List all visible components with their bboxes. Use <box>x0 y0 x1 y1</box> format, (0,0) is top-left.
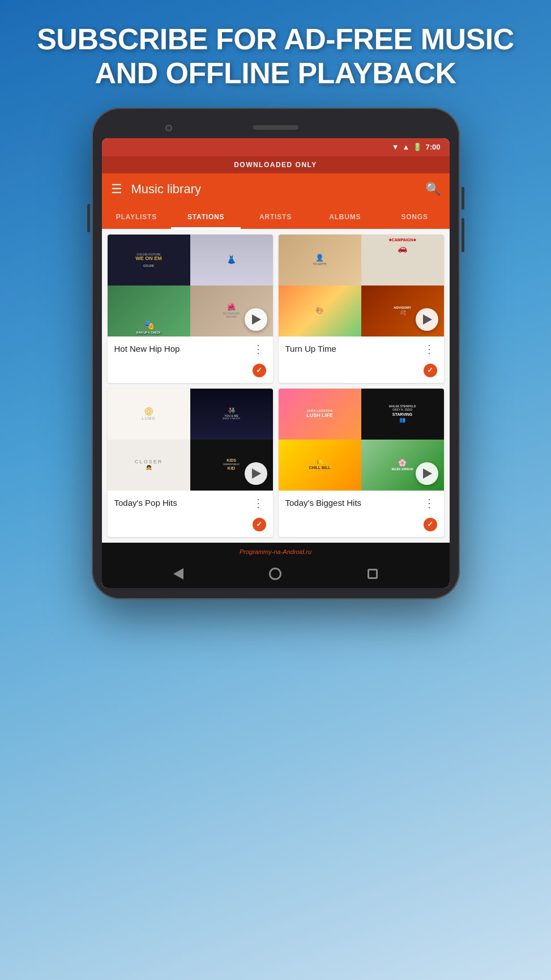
hiphop-more-button[interactable]: ⋮ <box>250 342 266 356</box>
pophits-art-1: 📀 LUMO <box>108 389 190 440</box>
hiphop-download-badge <box>253 364 266 377</box>
bighits-download-badge <box>424 518 437 531</box>
watermark-text: Programmy-na-Android.ru <box>240 548 311 555</box>
pophits-more-button[interactable]: ⋮ <box>250 496 266 510</box>
bighits-art-grid: ZARA LARSSON LUSH LIFE HAILEE STEINFELD … <box>279 389 444 491</box>
hiphop-play-button[interactable] <box>245 308 267 331</box>
bottom-navigation <box>102 560 450 588</box>
power-button <box>87 204 90 232</box>
playlist-grid: GOLDIE×FUTURE WE ON EM GOLDIE 👗 <box>102 229 450 543</box>
pophits-art-2: 👫 YOU & ME MAKE U MAJOR <box>190 389 273 440</box>
phone-notch <box>102 119 450 136</box>
hiphop-art-1: GOLDIE×FUTURE WE ON EM GOLDIE <box>108 235 190 286</box>
bighits-title: Today's Biggest Hits <box>285 498 421 508</box>
battery-icon: 🔋 <box>413 143 422 151</box>
page-title: Music library <box>131 182 425 197</box>
playlist-card-hiphop[interactable]: GOLDIE×FUTURE WE ON EM GOLDIE 👗 <box>108 235 273 383</box>
downloaded-banner: DOWNLOADED ONLY <box>102 156 450 173</box>
time-display: 7:00 <box>425 143 440 151</box>
turnup-art-grid: 👤 YO GOTTI ★CAMPAIGN★ 🚗 <box>279 235 444 336</box>
pophits-download-badge <box>253 518 266 531</box>
turnup-download-badge <box>424 364 437 377</box>
phone-screen: ▼ ▲ 🔋 7:00 DOWNLOADED ONLY ☰ Music libra… <box>102 138 450 588</box>
bighits-art-1: ZARA LARSSON LUSH LIFE <box>279 389 361 440</box>
turnup-more-button[interactable]: ⋮ <box>421 342 437 356</box>
watermark: Programmy-na-Android.ru <box>102 543 450 560</box>
hiphop-art-3: 🎭 RAN UP A CHECK <box>108 286 190 336</box>
playlist-card-pophits[interactable]: 📀 LUMO 👫 YOU & ME MAKE U MAJOR <box>108 389 273 537</box>
playlist-card-turnup[interactable]: 👤 YO GOTTI ★CAMPAIGN★ 🚗 <box>279 235 444 383</box>
phone-mockup: ▼ ▲ 🔋 7:00 DOWNLOADED ONLY ☰ Music libra… <box>92 108 460 599</box>
phone-speaker <box>253 125 298 130</box>
pophits-footer <box>108 515 273 537</box>
turnup-art-2: ★CAMPAIGN★ 🚗 <box>361 235 444 286</box>
promo-banner: SUBSCRIBE FOR AD-FREE MUSIC AND OFFLINE … <box>0 0 551 108</box>
tab-artists[interactable]: ARTISTS <box>241 205 310 229</box>
tab-stations[interactable]: STATIONS <box>171 205 241 229</box>
turnup-title: Turn Up Time <box>285 344 421 353</box>
pophits-art-3: CLOSER 👧 <box>108 440 190 491</box>
promo-title: SUBSCRIBE FOR AD-FREE MUSIC AND OFFLINE … <box>34 23 517 91</box>
hiphop-title: Hot New Hip Hop <box>114 344 250 353</box>
search-button[interactable]: 🔍 <box>425 182 441 197</box>
turnup-play-button[interactable] <box>416 308 438 331</box>
pophits-title: Today's Pop Hits <box>114 498 250 508</box>
pophits-play-button[interactable] <box>245 462 267 485</box>
bighits-art-3: 🍋 CHILL BILL <box>279 440 361 491</box>
vol-up-button <box>462 187 464 210</box>
recents-button[interactable] <box>364 565 381 582</box>
turnup-footer <box>279 361 444 383</box>
phone-body: ▼ ▲ 🔋 7:00 DOWNLOADED ONLY ☰ Music libra… <box>92 108 460 599</box>
home-button[interactable] <box>267 565 284 582</box>
pophits-art-grid: 📀 LUMO 👫 YOU & ME MAKE U MAJOR <box>108 389 273 491</box>
phone-camera <box>165 125 172 131</box>
menu-button[interactable]: ☰ <box>111 182 122 197</box>
vol-down-button <box>462 218 464 252</box>
turnup-art-1: 👤 YO GOTTI <box>279 235 361 286</box>
signal-icon: ▲ <box>403 143 410 151</box>
hiphop-art-grid: GOLDIE×FUTURE WE ON EM GOLDIE 👗 <box>108 235 273 336</box>
turnup-art-3: 🎨 <box>279 286 361 336</box>
tab-playlists[interactable]: PLAYLISTS <box>102 205 172 229</box>
tab-songs[interactable]: SONGS <box>380 205 450 229</box>
hiphop-art-2: 👗 <box>190 235 273 286</box>
hiphop-footer <box>108 361 273 383</box>
wifi-icon: ▼ <box>392 143 399 151</box>
app-toolbar: ☰ Music library 🔍 <box>102 173 450 205</box>
bighits-footer <box>279 515 444 537</box>
bighits-card-info: Today's Biggest Hits ⋮ <box>279 491 444 515</box>
playlist-card-bighits[interactable]: ZARA LARSSON LUSH LIFE HAILEE STEINFELD … <box>279 389 444 537</box>
bighits-play-button[interactable] <box>416 462 438 485</box>
status-icons: ▼ ▲ 🔋 7:00 <box>392 143 441 151</box>
hiphop-card-info: Hot New Hip Hop ⋮ <box>108 336 273 361</box>
pophits-card-info: Today's Pop Hits ⋮ <box>108 491 273 515</box>
turnup-card-info: Turn Up Time ⋮ <box>279 336 444 361</box>
back-button[interactable] <box>170 565 187 582</box>
tab-albums[interactable]: ALBUMS <box>310 205 380 229</box>
tabs-bar: PLAYLISTS STATIONS ARTISTS ALBUMS SONGS <box>102 205 450 229</box>
bighits-more-button[interactable]: ⋮ <box>421 496 437 510</box>
bighits-art-2: HAILEE STEINFELD GREY ft. ZEDD STARVING … <box>361 389 444 440</box>
status-bar: ▼ ▲ 🔋 7:00 <box>102 138 450 156</box>
